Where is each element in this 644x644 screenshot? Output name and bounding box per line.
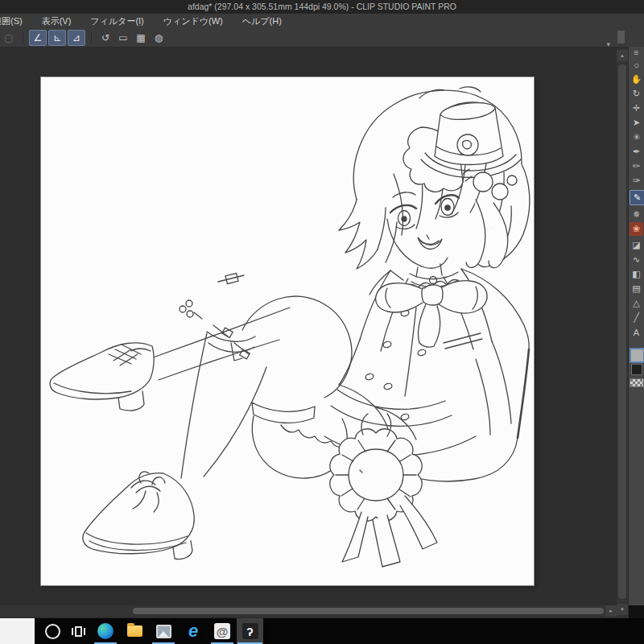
- horizontal-scroll-thumb[interactable]: [133, 608, 604, 614]
- vertical-scrollbar[interactable]: ▲ ▼: [617, 48, 628, 617]
- scroll-right-icon[interactable]: ►: [605, 605, 617, 617]
- horizontal-scrollbar[interactable]: ►: [0, 605, 617, 617]
- rotate-canvas-tool-icon[interactable]: ↻: [630, 87, 643, 101]
- menu-view[interactable]: 表示(V): [32, 14, 81, 29]
- clip-studio-paint-window: afdag* (297.04 x 305.51mm 144dpi 49.0%) …: [0, 0, 644, 644]
- command-bar: ▢ ∠ ⊾ ⊿ ↺ ▭ ▦ ◍: [0, 29, 644, 47]
- crop-frame-icon[interactable]: ▭: [115, 31, 131, 45]
- title-bar[interactable]: afdag* (297.04 x 305.51mm 144dpi 49.0%) …: [0, 0, 644, 14]
- brush-tool-icon[interactable]: ✑: [630, 174, 643, 188]
- canvas-artwork: [41, 77, 534, 585]
- eraser-tool-icon[interactable]: ◪: [630, 238, 643, 252]
- vertical-scroll-thumb[interactable]: [618, 64, 626, 599]
- clip-studio-button[interactable]: @: [209, 618, 235, 644]
- internet-explorer-icon: e: [188, 623, 198, 639]
- sock-leg: [181, 296, 352, 478]
- ruler-tool-icon[interactable]: ╱: [630, 311, 643, 324]
- clip-studio-paint-icon: ʔ: [242, 623, 258, 639]
- raised-leg: [147, 273, 290, 380]
- document-canvas[interactable]: [41, 77, 534, 585]
- edge-icon: [97, 623, 114, 639]
- windows-taskbar: e @ ʔ: [0, 618, 644, 644]
- clip-studio-paint-button[interactable]: ʔ: [237, 618, 263, 644]
- scroll-up-icon[interactable]: ▲: [617, 50, 628, 61]
- gradient-tool-icon[interactable]: ▤: [630, 282, 643, 295]
- workspace: ▲ ▼ ►: [0, 47, 644, 618]
- text-tool-icon[interactable]: A: [630, 325, 643, 339]
- window-title: afdag* (297.04 x 305.51mm 144dpi 49.0%) …: [188, 2, 456, 11]
- airbrush-tool-icon[interactable]: ✵: [630, 208, 643, 221]
- move-layer-tool-icon[interactable]: ✛: [630, 101, 643, 115]
- menu-selection[interactable]: 範囲(S): [0, 14, 32, 29]
- toolbar-separator: [23, 32, 23, 43]
- figure-tool-icon[interactable]: △: [630, 296, 643, 310]
- fill-tool-icon[interactable]: ◧: [630, 267, 643, 281]
- marker-tool-icon[interactable]: ✎: [630, 190, 644, 205]
- toolbar-separator: [91, 32, 92, 43]
- menu-help[interactable]: ヘルプ(H): [233, 14, 291, 29]
- internet-explorer-button[interactable]: e: [180, 618, 206, 644]
- mesh-transform-icon[interactable]: ▦: [133, 31, 149, 45]
- placeholder-icon: ▢: [1, 31, 17, 45]
- toolbar-drag-handle[interactable]: [617, 31, 625, 43]
- shoe-lower: [83, 472, 194, 559]
- background-color-swatch[interactable]: [631, 364, 642, 375]
- clip-studio-icon: @: [214, 623, 230, 639]
- snap-grid-icon[interactable]: ⊿: [68, 30, 85, 46]
- snap-ruler-icon[interactable]: ∠: [29, 30, 47, 46]
- transparent-color-swatch[interactable]: [630, 378, 644, 387]
- pixel-grid-icon[interactable]: ◍: [151, 31, 167, 45]
- file-explorer-icon: [127, 625, 142, 637]
- foreground-color-swatch[interactable]: [630, 348, 644, 363]
- task-view-icon: [72, 626, 85, 637]
- menu-bar: 範囲(S) 表示(V) フィルター(I) ウィンドウ(W) ヘルプ(H): [0, 14, 644, 29]
- decoration-tool-icon[interactable]: ❀: [630, 222, 643, 236]
- palette-bottom-gap: [629, 605, 644, 618]
- tool-palette: ≡ ○ ✋ ↻ ✛ ➤ ✳ ✒ ✏ ✑ ✎ ✵ ❀ ◪ ∿ ◧ ▤ △ ╱ A …: [629, 47, 644, 605]
- edge-button[interactable]: [93, 618, 118, 644]
- zoom-tool-icon[interactable]: ○: [630, 58, 643, 72]
- taskbar-search-box[interactable]: [0, 618, 35, 644]
- blend-tool-icon[interactable]: ∿: [630, 253, 643, 266]
- auto-select-tool-icon[interactable]: ✳: [630, 130, 643, 144]
- scroll-down-icon[interactable]: ▼: [617, 604, 628, 615]
- shoe-raised: [50, 343, 154, 411]
- cortana-icon: [45, 624, 60, 639]
- menu-window[interactable]: ウィンドウ(W): [154, 14, 233, 29]
- cortana-button[interactable]: [39, 618, 65, 644]
- task-view-button[interactable]: [65, 618, 91, 644]
- palette-menu-icon[interactable]: ≡: [629, 48, 644, 57]
- hand-tool-icon[interactable]: ✋: [630, 72, 643, 86]
- operation-tool-icon[interactable]: ➤: [630, 116, 643, 130]
- photos-icon: [156, 625, 171, 638]
- file-explorer-button[interactable]: [122, 618, 147, 644]
- reset-rotate-icon[interactable]: ↺: [97, 31, 114, 45]
- menu-filter[interactable]: フィルター(I): [80, 14, 153, 29]
- pen-tool-icon[interactable]: ✒: [630, 145, 643, 159]
- photos-button[interactable]: [151, 618, 176, 644]
- pencil-tool-icon[interactable]: ✏: [630, 159, 643, 173]
- snap-special-ruler-icon[interactable]: ⊾: [48, 30, 66, 46]
- neck-bow: [376, 264, 487, 347]
